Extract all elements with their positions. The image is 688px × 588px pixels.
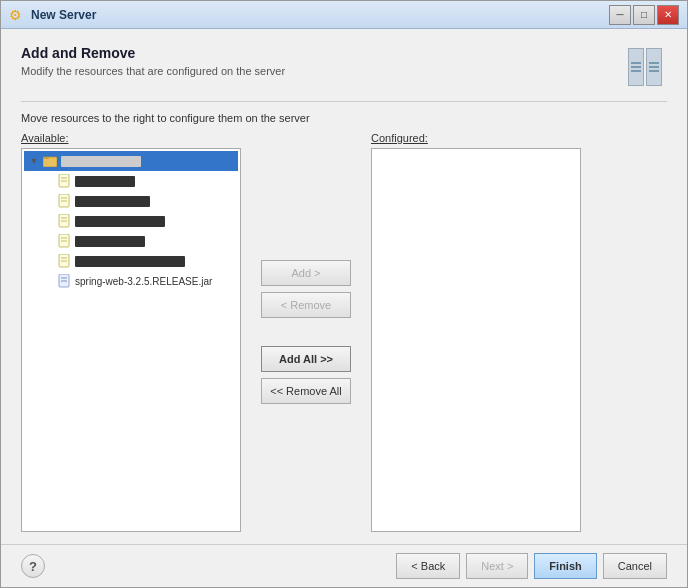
back-button[interactable]: < Back xyxy=(396,553,460,579)
server-line xyxy=(649,62,659,64)
remove-button[interactable]: < Remove xyxy=(261,292,351,318)
finish-button[interactable]: Finish xyxy=(534,553,596,579)
title-bar-controls: ─ □ ✕ xyxy=(609,5,679,25)
tree-item-4[interactable] xyxy=(24,231,238,251)
cancel-button[interactable]: Cancel xyxy=(603,553,667,579)
tree-item-label-3 xyxy=(75,216,165,227)
tree-item-label-root xyxy=(61,156,141,167)
remove-all-button[interactable]: << Remove All xyxy=(261,378,351,404)
configured-label: Configured: xyxy=(371,132,667,144)
configured-section: Configured: xyxy=(371,132,667,532)
instructions-text: Move resources to the right to configure… xyxy=(21,112,667,124)
window-title: New Server xyxy=(31,8,609,22)
page-icon-4 xyxy=(56,233,72,249)
folder-icon xyxy=(42,153,58,169)
expand-space xyxy=(42,175,54,187)
svg-rect-1 xyxy=(43,157,49,159)
main-window: ⚙ New Server ─ □ ✕ Add and Remove Modify… xyxy=(0,0,688,588)
tree-item-2[interactable] xyxy=(24,191,238,211)
help-button[interactable]: ? xyxy=(21,554,45,578)
page-icon-3 xyxy=(56,213,72,229)
server-block-2 xyxy=(646,48,662,86)
header-divider xyxy=(21,101,667,102)
transfer-buttons: Add > < Remove Add All >> << Remove All xyxy=(251,132,361,532)
tree-item-3[interactable] xyxy=(24,211,238,231)
next-button[interactable]: Next > xyxy=(466,553,528,579)
expand-space xyxy=(42,235,54,247)
window-icon: ⚙ xyxy=(9,7,25,23)
server-icon-area xyxy=(623,45,667,89)
server-line xyxy=(631,66,641,68)
page-subtitle: Modify the resources that are configured… xyxy=(21,65,623,77)
server-line xyxy=(631,70,641,72)
tree-item-1[interactable] xyxy=(24,171,238,191)
page-title: Add and Remove xyxy=(21,45,623,61)
page-icon-2 xyxy=(56,193,72,209)
tree-item-label-1 xyxy=(75,176,135,187)
page-icon-5 xyxy=(56,253,72,269)
expand-space xyxy=(42,255,54,267)
server-block-1 xyxy=(628,48,644,86)
bottom-bar: ? < Back Next > Finish Cancel xyxy=(1,544,687,587)
server-line xyxy=(631,62,641,64)
tree-item-label-2 xyxy=(75,196,150,207)
main-area: Available: ▼ xyxy=(21,132,667,532)
maximize-button[interactable]: □ xyxy=(633,5,655,25)
tree-item-label-6: spring-web-3.2.5.RELEASE.jar xyxy=(75,276,212,287)
available-section: Available: ▼ xyxy=(21,132,241,532)
configured-list[interactable] xyxy=(371,148,581,532)
tree-item-label-5 xyxy=(75,256,185,267)
tree-item-label-4 xyxy=(75,236,145,247)
add-button[interactable]: Add > xyxy=(261,260,351,286)
tree-item-root[interactable]: ▼ xyxy=(24,151,238,171)
server-line xyxy=(649,66,659,68)
tree-item-6[interactable]: spring-web-3.2.5.RELEASE.jar xyxy=(24,271,238,291)
page-icon-1 xyxy=(56,173,72,189)
close-button[interactable]: ✕ xyxy=(657,5,679,25)
available-list[interactable]: ▼ xyxy=(21,148,241,532)
minimize-button[interactable]: ─ xyxy=(609,5,631,25)
header-section: Add and Remove Modify the resources that… xyxy=(21,45,667,89)
server-graphic-icon xyxy=(628,48,662,86)
expand-space xyxy=(42,195,54,207)
tree-item-5[interactable] xyxy=(24,251,238,271)
available-label: Available: xyxy=(21,132,241,144)
title-bar: ⚙ New Server ─ □ ✕ xyxy=(1,1,687,29)
header-text: Add and Remove Modify the resources that… xyxy=(21,45,623,77)
content-area: Add and Remove Modify the resources that… xyxy=(1,29,687,544)
add-all-button[interactable]: Add All >> xyxy=(261,346,351,372)
jar-icon xyxy=(56,273,72,289)
expand-space xyxy=(42,215,54,227)
server-line xyxy=(649,70,659,72)
expand-icon: ▼ xyxy=(28,155,40,167)
expand-space xyxy=(42,275,54,287)
